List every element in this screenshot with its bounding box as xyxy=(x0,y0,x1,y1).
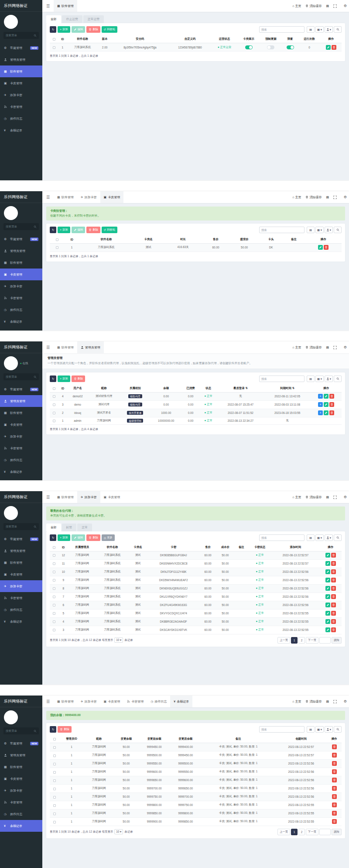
prev-page-button[interactable]: 上一页 xyxy=(277,637,290,644)
search-button[interactable] xyxy=(334,534,342,541)
search-button[interactable] xyxy=(334,726,342,733)
row-delete-button[interactable] xyxy=(332,744,337,749)
sidebar-item-1[interactable]: 管理员管理 xyxy=(0,395,42,407)
refresh-button[interactable]: ↻ xyxy=(50,726,56,733)
home-link[interactable]: ⌂ 主页 xyxy=(292,345,301,350)
sidebar-item-2[interactable]: ▦软件管理 xyxy=(0,407,42,419)
sidebar-item-2[interactable]: ▦软件管理 xyxy=(0,257,42,269)
jump-button[interactable]: 跳转 xyxy=(332,637,342,644)
columns-button[interactable]: ▦ ▾ xyxy=(315,26,324,33)
home-link[interactable]: ⌂ 主页 xyxy=(292,4,301,8)
sidebar-search-input[interactable]: 搜索菜单 xyxy=(3,373,39,380)
row-edit-button[interactable] xyxy=(324,410,328,415)
tab-软件管理[interactable]: ▦软件管理 xyxy=(54,341,77,353)
tab-卡类管理[interactable]: ▣卡类管理 xyxy=(100,696,124,707)
row-edit-button[interactable] xyxy=(325,619,330,624)
sidebar-search-input[interactable]: 搜索菜单 xyxy=(3,223,39,230)
sidebar-item-4[interactable]: ✈添加卡密 xyxy=(0,89,42,101)
row-checkbox[interactable] xyxy=(53,587,55,590)
refresh-button[interactable]: ↻ xyxy=(50,375,56,382)
view-mode-button[interactable]: ▾ xyxy=(325,726,333,733)
row-checkbox[interactable] xyxy=(53,746,56,749)
fullscreen-icon[interactable] xyxy=(333,700,337,703)
view-mode-button[interactable]: ▾ xyxy=(325,227,333,233)
filter-tab-0[interactable]: 全部 xyxy=(46,15,61,23)
row-edit-button[interactable] xyxy=(325,627,330,632)
settings-gear-icon[interactable]: ⚙ xyxy=(344,341,347,353)
sidebar-item-2[interactable]: ▦软件管理 xyxy=(0,65,42,77)
add-button[interactable]: +添加 xyxy=(58,534,70,541)
sidebar-item-3[interactable]: ▣卡类管理 xyxy=(0,269,42,280)
delete-button[interactable]: 删除 xyxy=(72,375,86,382)
sidebar-item-0[interactable]: ⚙常规管理NEW xyxy=(0,737,42,749)
row-checkbox[interactable] xyxy=(53,571,55,573)
clipboard-button[interactable]: ▤ xyxy=(307,375,315,382)
row-checkbox[interactable] xyxy=(53,821,56,823)
tab-操作日志[interactable]: ◷操作日志 xyxy=(147,696,170,707)
sidebar-item-0[interactable]: ⚙常规管理NEW xyxy=(0,233,42,245)
filter-tab-2[interactable]: 正常 xyxy=(77,524,92,531)
row-edit-button[interactable] xyxy=(325,561,330,566)
recycle-bin-button[interactable]: ↺回收站 xyxy=(102,227,117,233)
sidebar-search-input[interactable]: 搜索菜单 xyxy=(3,727,39,734)
next-page-button[interactable]: 下一页 xyxy=(306,829,318,835)
row-checkbox[interactable] xyxy=(53,612,55,615)
row-delete-button[interactable] xyxy=(331,561,336,566)
clipboard-button[interactable]: ▤ xyxy=(307,726,315,733)
delete-button[interactable]: 删除 xyxy=(86,227,100,233)
row-delete-button[interactable] xyxy=(332,45,336,50)
filter-tab-0[interactable]: 全部 xyxy=(46,524,61,531)
row-delete-button[interactable] xyxy=(332,778,337,782)
row-edit-button[interactable] xyxy=(325,603,330,607)
delete-button[interactable]: 删除 xyxy=(86,534,100,541)
row-add-button[interactable]: + xyxy=(318,402,323,407)
row-checkbox[interactable] xyxy=(53,788,56,790)
row-delete-button[interactable] xyxy=(332,761,337,766)
row-checkbox[interactable] xyxy=(53,754,56,757)
sidebar-item-4[interactable]: ✈添加卡密 xyxy=(0,280,42,292)
row-delete-button[interactable] xyxy=(329,402,334,407)
row-delete-button[interactable] xyxy=(332,819,337,824)
sidebar-item-0[interactable]: ⚙常规管理NEW xyxy=(0,533,42,545)
sidebar-item-5[interactable]: 卡密管理 xyxy=(0,101,42,113)
row-checkbox[interactable] xyxy=(53,596,55,598)
sidebar-item-6[interactable]: ◷操作日志 xyxy=(0,454,42,466)
row-edit-button[interactable] xyxy=(326,45,331,50)
fullscreen-icon[interactable] xyxy=(333,346,337,349)
view-mode-button[interactable]: ▾ xyxy=(325,534,333,541)
file-icon[interactable]: ▤ xyxy=(326,700,329,703)
tab-卡类管理[interactable]: ▣卡类管理 xyxy=(100,191,124,203)
sidebar-item-5[interactable]: 卡密管理 xyxy=(0,592,42,604)
page-jump-input[interactable] xyxy=(319,637,331,644)
row-edit-button[interactable] xyxy=(325,569,330,574)
sidebar-item-5[interactable]: 卡密管理 xyxy=(0,796,42,808)
refresh-button[interactable]: ↻ xyxy=(50,227,56,233)
row-checkbox[interactable] xyxy=(53,46,55,49)
settings-gear-icon[interactable]: ⚙ xyxy=(344,191,347,203)
search-button[interactable] xyxy=(334,26,342,33)
row-checkbox[interactable] xyxy=(53,403,55,406)
clipboard-button[interactable]: ▤ xyxy=(307,26,315,33)
columns-button[interactable]: ▦ ▾ xyxy=(315,726,324,733)
row-edit-button[interactable] xyxy=(318,245,323,250)
fullscreen-icon[interactable] xyxy=(333,4,337,8)
row-delete-button[interactable] xyxy=(331,627,336,632)
row-add-button[interactable]: + xyxy=(318,410,323,415)
tab-添加卡密[interactable]: ✈添加卡密 xyxy=(77,696,100,707)
row-delete-button[interactable] xyxy=(332,786,337,791)
tab-软件管理[interactable]: ▦软件管理 xyxy=(54,491,77,503)
recycle-bin-button[interactable]: ↺回收站 xyxy=(102,26,117,33)
more-button[interactable]: ◎更多 xyxy=(102,534,115,541)
row-checkbox[interactable] xyxy=(53,412,55,414)
tab-卡密管理[interactable]: 卡密管理 xyxy=(123,696,147,707)
sidebar-item-3[interactable]: ▣卡类管理 xyxy=(0,568,42,580)
sidebar-item-1[interactable]: 管理员管理 xyxy=(0,245,42,257)
sidebar-item-1[interactable]: 管理员管理 xyxy=(0,749,42,761)
tab-管理员管理[interactable]: 管理员管理 xyxy=(77,341,104,353)
sidebar-item-2[interactable]: ▦软件管理 xyxy=(0,761,42,773)
row-checkbox[interactable] xyxy=(53,779,56,782)
clipboard-button[interactable]: ▤ xyxy=(307,227,315,233)
clear-cache-link[interactable]: 清除缓存 xyxy=(305,495,322,499)
sidebar-item-0[interactable]: ⚙常规管理NEW xyxy=(0,383,42,395)
row-delete-button[interactable] xyxy=(332,769,337,774)
